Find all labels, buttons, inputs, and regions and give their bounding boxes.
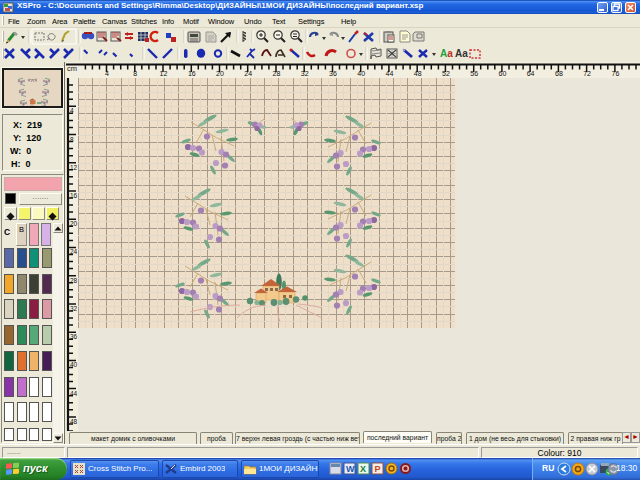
svg-text:16: 16 — [188, 70, 196, 77]
svg-text:44: 44 — [70, 390, 78, 397]
svg-text:40: 40 — [70, 361, 78, 368]
svg-text:24: 24 — [244, 70, 252, 77]
svg-text:40: 40 — [357, 70, 365, 77]
svg-text:72: 72 — [583, 70, 591, 77]
svg-text:32: 32 — [70, 305, 78, 312]
svg-text:76: 76 — [612, 70, 620, 77]
svg-text:16: 16 — [70, 192, 78, 199]
svg-text:32: 32 — [301, 70, 309, 77]
svg-text:60: 60 — [499, 70, 507, 77]
svg-text:36: 36 — [329, 70, 337, 77]
svg-text:8: 8 — [133, 70, 137, 77]
svg-text:W: W — [346, 464, 355, 474]
svg-text:P: P — [375, 464, 381, 474]
svg-text:48: 48 — [70, 418, 78, 425]
svg-text:4: 4 — [70, 107, 74, 114]
svg-text:20: 20 — [70, 220, 78, 227]
svg-text:28: 28 — [70, 277, 78, 284]
svg-text:Aa: Aa — [455, 48, 468, 59]
svg-text:12: 12 — [70, 164, 78, 171]
svg-text:56: 56 — [470, 70, 478, 77]
svg-text:44: 44 — [386, 70, 394, 77]
svg-text:28: 28 — [273, 70, 281, 77]
svg-text:20: 20 — [216, 70, 224, 77]
svg-text:Aa: Aa — [440, 48, 453, 59]
svg-text:12: 12 — [160, 70, 168, 77]
svg-text:68: 68 — [555, 70, 563, 77]
svg-text:24: 24 — [70, 248, 78, 255]
svg-text:4: 4 — [105, 70, 109, 77]
svg-text:64: 64 — [527, 70, 535, 77]
svg-text:52: 52 — [442, 70, 450, 77]
svg-text:8: 8 — [70, 136, 74, 143]
svg-text:48: 48 — [414, 70, 422, 77]
svg-text:36: 36 — [70, 333, 78, 340]
svg-text:X: X — [360, 464, 366, 474]
